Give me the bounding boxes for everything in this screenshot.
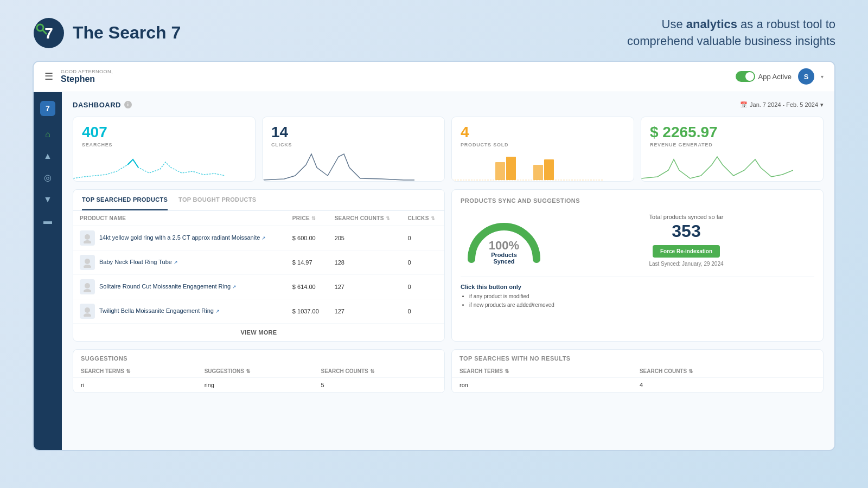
no-results-table: SEARCH TERMS ⇅ SEARCH COUNTS ⇅ ron 4 [452, 365, 823, 393]
stat-card-searches: 407 SEARCHES [73, 117, 256, 182]
sort-nr-terms-icon[interactable]: ⇅ [505, 368, 509, 374]
sync-content: 100% Products Synced Total products sync… [461, 210, 814, 270]
top-header: 7 The Search 7 Use analytics as a robust… [0, 0, 868, 61]
brand-logo-icon: 7 [33, 17, 65, 49]
app-active-toggle[interactable]: App Active [736, 71, 792, 82]
col-clicks: CLICKS ⇅ [401, 211, 444, 226]
sort-terms-icon[interactable]: ⇅ [126, 368, 130, 374]
lower-row: TOP SEARCHED PRODUCTS TOP BOUGHT PRODUCT… [73, 189, 824, 342]
search-icon: ◎ [44, 172, 52, 183]
sugg-term: ri [73, 377, 197, 392]
suggestions-panel: SUGGESTIONS SEARCH TERMS ⇅ SUGGESTIONS ⇅ [73, 349, 445, 393]
no-result-row: ron 4 [452, 377, 823, 392]
svg-rect-6 [506, 157, 516, 180]
app-window: ☰ GOOD AFTERNOON, Stephen App Active S ▾… [33, 61, 835, 451]
product-clicks: 0 [401, 250, 444, 274]
product-price: $ 600.00 [286, 226, 328, 250]
external-link-icon[interactable]: ↗ [215, 309, 220, 314]
suggestion-row: ri ring 5 [73, 377, 444, 392]
svg-point-12 [84, 265, 91, 268]
date-range-text: Jan. 7 2024 - Feb. 5 2024 [750, 101, 818, 108]
sidebar-item-home[interactable]: ⌂ [37, 125, 59, 144]
sort-nr-counts-icon[interactable]: ⇅ [688, 368, 693, 374]
main-content: DASHBOARD i 📅 Jan. 7 2024 - Feb. 5 2024 … [62, 92, 834, 450]
sidebar-item-filter[interactable]: ▼ [37, 190, 59, 209]
sort-clicks-icon[interactable]: ⇅ [431, 216, 435, 221]
stat-card-revenue: $ 2265.97 REVENUE GENERATED [641, 117, 824, 182]
gauge-percent: 100% [482, 240, 526, 252]
sidebar-item-search[interactable]: ◎ [37, 168, 59, 188]
chevron-down-icon[interactable]: ▾ [821, 74, 824, 80]
svg-point-9 [85, 234, 90, 240]
product-row: 14kt yellow gold ring with a 2.5 CT appr… [73, 226, 444, 250]
gauge-label: Products Synced [482, 252, 526, 265]
date-range-selector[interactable]: 📅 Jan. 7 2024 - Feb. 5 2024 ▾ [740, 101, 824, 108]
hamburger-icon[interactable]: ☰ [44, 70, 53, 82]
product-price: $ 614.00 [286, 274, 328, 299]
sync-panel-inner: PRODUCTS SYNC AND SUGGESTIONS [452, 190, 823, 317]
sync-gauge: 100% Products Synced [461, 210, 547, 270]
sort-search-icon[interactable]: ⇅ [386, 216, 390, 221]
external-link-icon[interactable]: ↗ [174, 260, 178, 265]
suggestions-table: SEARCH TERMS ⇅ SUGGESTIONS ⇅ SEARCH COUN… [73, 365, 444, 393]
tab-top-bought[interactable]: TOP BOUGHT PRODUCTS [178, 190, 256, 210]
product-row: Baby Neck Float Ring Tube ↗ $ 14.97 128 … [73, 250, 444, 274]
sort-price-icon[interactable]: ⇅ [311, 216, 316, 221]
sync-note-item-2: if new products are added/removed [469, 301, 814, 310]
external-link-icon[interactable]: ↗ [261, 235, 266, 241]
sidebar-item-settings[interactable]: ▬ [37, 211, 59, 231]
stat-card-clicks: 14 CLICKS [262, 117, 445, 182]
col-search-terms: SEARCH TERMS ⇅ [73, 365, 197, 378]
stat-card-products-sold: 4 PRODUCTS SOLD [451, 117, 634, 182]
suggestions-title: SUGGESTIONS [73, 350, 444, 365]
tagline-bold: analytics [686, 17, 737, 31]
sidebar-item-analytics[interactable]: ▲ [37, 146, 59, 166]
product-search-count: 128 [328, 250, 401, 274]
product-price: $ 14.97 [286, 250, 328, 274]
force-reindex-button[interactable]: Force Re-indexation [653, 245, 720, 258]
tagline: Use analytics as a robust tool tocompreh… [627, 16, 835, 50]
sync-panel: PRODUCTS SYNC AND SUGGESTIONS [451, 189, 824, 342]
stat-label-products-sold: PRODUCTS SOLD [461, 142, 625, 147]
stat-label-searches: SEARCHES [82, 142, 246, 147]
nr-count: 4 [632, 377, 823, 392]
avatar[interactable]: S [798, 68, 814, 85]
svg-rect-5 [495, 162, 505, 180]
info-icon[interactable]: i [124, 101, 132, 108]
svg-point-14 [84, 289, 91, 292]
toggle-track[interactable] [736, 71, 755, 82]
analytics-icon: ▲ [43, 151, 52, 161]
stat-label-revenue: REVENUE GENERATED [650, 142, 814, 147]
stat-value-searches: 407 [82, 125, 246, 140]
product-thumb [80, 230, 95, 246]
greeting-name: Stephen [61, 74, 113, 84]
view-more-button[interactable]: VIEW MORE [73, 324, 444, 341]
products-table: PRODUCT NAME PRICE ⇅ SEARCH COUNTS ⇅ CLI… [73, 211, 444, 324]
nav-right: App Active S ▾ [736, 68, 824, 85]
product-name: Solitaire Round Cut Moissanite Engagemen… [99, 282, 237, 291]
app-active-label: App Active [758, 73, 792, 81]
sugg-suggestion: ring [197, 377, 314, 392]
product-thumb [80, 279, 95, 294]
searches-chart [73, 149, 225, 181]
toggle-thumb [745, 72, 754, 81]
stat-value-products-sold: 4 [461, 125, 625, 140]
bottom-row: SUGGESTIONS SEARCH TERMS ⇅ SUGGESTIONS ⇅ [73, 349, 824, 393]
col-price: PRICE ⇅ [286, 211, 328, 226]
sort-counts-icon[interactable]: ⇅ [370, 368, 374, 374]
svg-point-13 [85, 283, 90, 288]
product-clicks: 0 [401, 226, 444, 250]
calendar-icon: 📅 [740, 101, 748, 108]
col-search-counts: SEARCH COUNTS ⇅ [328, 211, 401, 226]
revenue-chart [641, 149, 793, 181]
sort-suggestions-icon[interactable]: ⇅ [246, 368, 250, 374]
brand: 7 The Search 7 [33, 17, 181, 49]
tab-top-searched[interactable]: TOP SEARCHED PRODUCTS [82, 190, 168, 210]
product-search-count: 205 [328, 226, 401, 250]
nav-greeting: GOOD AFTERNOON, Stephen [61, 69, 113, 84]
col-product-name: PRODUCT NAME [73, 211, 286, 226]
dashboard-title-row: DASHBOARD i [73, 101, 132, 109]
external-link-icon[interactable]: ↗ [232, 284, 237, 290]
greeting-sub: GOOD AFTERNOON, [61, 69, 113, 74]
sync-total-label: Total products synced so far [558, 214, 814, 220]
